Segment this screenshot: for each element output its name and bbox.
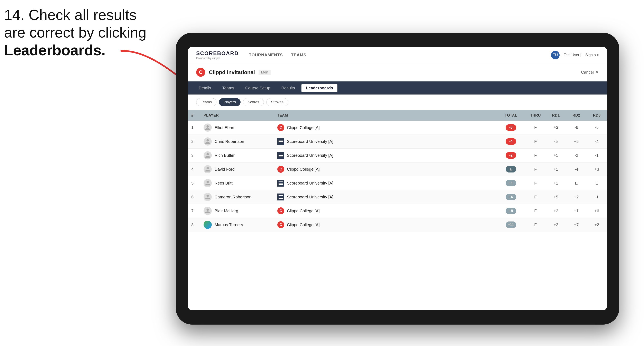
team-name: Scoreboard University [A] — [287, 195, 333, 199]
cell-rank: 7 — [188, 204, 200, 218]
col-team: TEAM — [274, 110, 497, 121]
table-row: 3Rich ButlerScoreboard University [A]-2F… — [188, 148, 607, 162]
cell-player: Blair McHarg — [200, 204, 274, 218]
cell-thru: F — [525, 218, 546, 232]
cell-thru: F — [525, 135, 546, 148]
team-logo — [277, 193, 284, 201]
cell-total: +11 — [497, 218, 525, 232]
logo-area: SCOREBOARD Powered by clippd — [196, 50, 239, 60]
cell-rd2: +7 — [566, 218, 586, 232]
cell-rank: 8 — [188, 218, 200, 232]
team-logo: C — [277, 166, 284, 173]
cell-rd1: +1 — [546, 148, 566, 162]
cell-team: Scoreboard University [A] — [274, 148, 497, 162]
filter-teams[interactable]: Teams — [196, 98, 216, 106]
team-name: Clippd College [A] — [287, 167, 320, 172]
nav-user-text: Test User | — [564, 53, 581, 57]
tab-leaderboards[interactable]: Leaderboards — [302, 84, 338, 92]
table-row: 6Cameron RobertsonScoreboard University … — [188, 190, 607, 204]
cell-total: -2 — [497, 148, 525, 162]
table-row: 8Marcus TurnersCClippd College [A]+11F+2… — [188, 218, 607, 232]
cell-player: Marcus Turners — [200, 218, 274, 232]
cell-rd3: -4 — [586, 135, 607, 148]
team-logo: C — [277, 207, 284, 214]
nav-teams[interactable]: TEAMS — [291, 52, 306, 58]
filter-scores[interactable]: Scores — [243, 98, 264, 106]
cell-thru: F — [525, 162, 546, 176]
cell-rd2: E — [566, 176, 586, 190]
cell-player: Cameron Robertson — [200, 190, 274, 204]
tab-results[interactable]: Results — [277, 84, 300, 92]
cell-rd3: -1 — [586, 190, 607, 204]
cell-rank: 3 — [188, 148, 200, 162]
cancel-button[interactable]: Cancel ✕ — [581, 70, 599, 75]
player-avatar — [204, 165, 212, 173]
cell-team: Scoreboard University [A] — [274, 190, 497, 204]
player-name: Rees Britt — [214, 181, 232, 185]
team-logo — [277, 179, 284, 187]
player-avatar — [204, 179, 212, 187]
col-rd3: RD3 — [586, 110, 607, 121]
cell-total: +6 — [497, 190, 525, 204]
cell-rd2: -6 — [566, 121, 586, 135]
cell-rd1: -5 — [546, 135, 566, 148]
cell-rd2: -4 — [566, 162, 586, 176]
player-name: Cameron Robertson — [214, 195, 252, 199]
cell-rank: 4 — [188, 162, 200, 176]
tab-course-setup[interactable]: Course Setup — [241, 84, 275, 92]
tablet-screen: SCOREBOARD Powered by clippd TOURNAMENTS… — [188, 47, 607, 310]
col-total: TOTAL — [497, 110, 525, 121]
cell-total: +1 — [497, 176, 525, 190]
nav-links: TOURNAMENTS TEAMS — [249, 52, 551, 58]
cell-total: +9 — [497, 204, 525, 218]
player-avatar — [204, 193, 212, 201]
player-name: David Ford — [214, 167, 235, 172]
filter-strokes[interactable]: Strokes — [266, 98, 288, 106]
tournament-badge: Men — [258, 70, 270, 75]
col-rd2: RD2 — [566, 110, 586, 121]
team-logo: C — [277, 124, 284, 131]
user-avatar: TU — [551, 51, 560, 59]
cell-team: Scoreboard University [A] — [274, 176, 497, 190]
table-row: 4David FordCClippd College [A]EF+1-4+3 — [188, 162, 607, 176]
cell-team: CClippd College [A] — [274, 121, 497, 135]
table-header-row: # PLAYER TEAM TOTAL THRU RD1 RD2 RD3 — [188, 110, 607, 121]
tablet-frame: SCOREBOARD Powered by clippd TOURNAMENTS… — [176, 33, 619, 325]
cell-rank: 6 — [188, 190, 200, 204]
player-avatar — [204, 124, 212, 132]
instruction-text: 14. Check all results are correct by cli… — [4, 6, 146, 59]
cell-rd1: +1 — [546, 176, 566, 190]
col-rd1: RD1 — [546, 110, 566, 121]
cell-player: Rich Butler — [200, 148, 274, 162]
top-nav: SCOREBOARD Powered by clippd TOURNAMENTS… — [188, 47, 607, 63]
tab-teams[interactable]: Teams — [218, 84, 239, 92]
filter-players[interactable]: Players — [219, 98, 240, 106]
nav-tournaments[interactable]: TOURNAMENTS — [249, 52, 283, 58]
cell-player: Chris Robertson — [200, 135, 274, 148]
cell-rd3: E — [586, 176, 607, 190]
team-name: Scoreboard University [A] — [287, 139, 333, 144]
cell-rd1: +5 — [546, 190, 566, 204]
team-name: Clippd College [A] — [287, 222, 320, 227]
cell-rd2: +1 — [566, 204, 586, 218]
player-name: Marcus Turners — [214, 222, 243, 227]
cell-rd2: +2 — [566, 190, 586, 204]
player-avatar — [204, 151, 212, 160]
cell-thru: F — [525, 121, 546, 135]
leaderboard-table: # PLAYER TEAM TOTAL THRU RD1 RD2 RD3 1El… — [188, 110, 607, 310]
team-logo — [277, 152, 284, 159]
signout-link[interactable]: Sign out — [585, 53, 599, 57]
table-row: 2Chris RobertsonScoreboard University [A… — [188, 135, 607, 148]
tab-details[interactable]: Details — [194, 84, 216, 92]
team-name: Scoreboard University [A] — [287, 153, 333, 158]
cell-rank: 5 — [188, 176, 200, 190]
tournament-name: Clippd Invitational — [209, 69, 255, 76]
col-rank: # — [188, 110, 200, 121]
col-player: PLAYER — [200, 110, 274, 121]
cell-rank: 2 — [188, 135, 200, 148]
cell-rd2: -2 — [566, 148, 586, 162]
cell-rd3: +2 — [586, 218, 607, 232]
team-name: Clippd College [A] — [287, 209, 320, 213]
player-name: Blair McHarg — [214, 209, 238, 213]
cell-thru: F — [525, 176, 546, 190]
